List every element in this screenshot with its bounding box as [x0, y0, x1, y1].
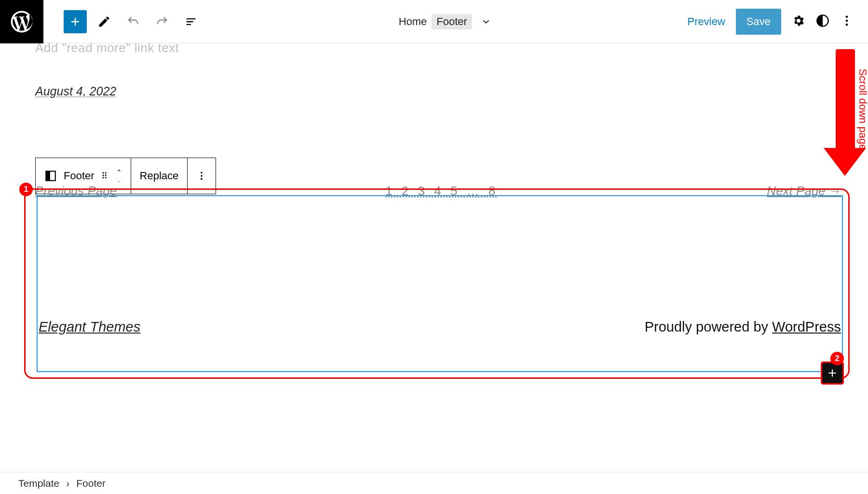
read-more-placeholder[interactable]: Add "read more" link text: [35, 40, 841, 55]
drag-handle-icon[interactable]: ⠿: [101, 171, 109, 181]
svg-rect-5: [46, 171, 50, 181]
more-options-button[interactable]: [840, 14, 854, 29]
breadcrumb-root[interactable]: Template: [18, 478, 59, 489]
annotation-badge-1: 1: [19, 183, 33, 196]
svg-point-7: [201, 175, 203, 177]
undo-button[interactable]: [122, 10, 145, 33]
footer-credit-row: Elegant Themes Proudly powered by WordPr…: [38, 319, 842, 335]
mover-controls: ⌃ ⌄: [116, 169, 122, 183]
top-left-tools: [64, 0, 203, 43]
list-view-button[interactable]: [179, 10, 203, 33]
wordpress-icon: [9, 9, 35, 35]
chevron-right-icon: ›: [66, 478, 69, 489]
top-right-controls: Preview Save: [688, 9, 854, 35]
gear-icon: [792, 14, 805, 27]
arrow-shaft: [836, 49, 855, 148]
edit-tool-button[interactable]: [93, 10, 116, 33]
svg-point-1: [846, 15, 848, 18]
post-date[interactable]: August 4, 2022: [35, 84, 116, 98]
annotation-badge-2: 2: [830, 352, 844, 365]
move-down-button[interactable]: ⌄: [116, 176, 122, 183]
wordpress-link[interactable]: WordPress: [772, 319, 841, 334]
kebab-icon: [840, 14, 854, 27]
powered-by-text: Proudly powered by WordPress: [645, 319, 841, 335]
list-view-icon: [184, 15, 198, 28]
add-block-button[interactable]: [821, 361, 844, 385]
template-part-icon: [44, 170, 57, 182]
document-title[interactable]: Home Footer: [203, 14, 688, 29]
bottom-breadcrumb: Template › Footer: [0, 472, 868, 494]
arrow-head-icon: [824, 148, 866, 176]
insert-block-button[interactable]: [64, 10, 87, 33]
settings-button[interactable]: [792, 14, 805, 29]
redo-icon: [155, 15, 169, 28]
breadcrumb-current[interactable]: Footer: [76, 478, 106, 489]
editor-canvas: Add "read more" link text August 4, 2022…: [0, 40, 868, 469]
pencil-icon: [97, 15, 111, 28]
contrast-icon: [816, 14, 829, 27]
wp-logo[interactable]: [0, 0, 43, 43]
kebab-icon: [196, 171, 207, 181]
chevron-down-icon[interactable]: [481, 16, 491, 27]
site-title-link[interactable]: Elegant Themes: [39, 319, 140, 335]
redo-button[interactable]: [150, 10, 174, 33]
svg-point-3: [846, 23, 848, 26]
move-up-button[interactable]: ⌃: [116, 169, 122, 175]
top-toolbar: Home Footer Preview Save: [0, 0, 868, 43]
save-button[interactable]: Save: [736, 9, 781, 35]
footer-template-part[interactable]: Elegant Themes Proudly powered by WordPr…: [37, 195, 843, 372]
template-part-label: Footer: [432, 14, 472, 29]
preview-link[interactable]: Preview: [688, 15, 725, 28]
scroll-arrow-annotation: [830, 49, 860, 174]
plus-icon: [826, 367, 839, 379]
styles-button[interactable]: [816, 14, 829, 29]
svg-point-8: [201, 178, 203, 180]
svg-point-2: [846, 19, 848, 22]
svg-point-6: [201, 172, 203, 174]
annotation-highlight-1: Elegant Themes Proudly powered by WordPr…: [24, 188, 850, 379]
plus-icon: [68, 15, 82, 28]
undo-icon: [126, 15, 140, 28]
scroll-label: Scroll down page: [857, 69, 868, 150]
breadcrumb-home: Home: [399, 15, 427, 28]
block-toolbar-label: Footer: [64, 170, 95, 182]
